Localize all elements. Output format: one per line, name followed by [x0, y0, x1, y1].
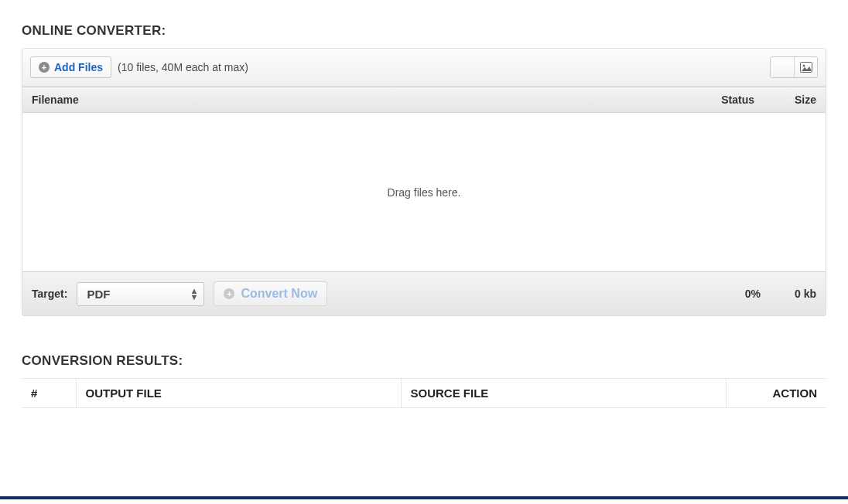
col-source-header: SOURCE FILE: [401, 379, 726, 408]
total-size: 0 kb: [770, 288, 816, 300]
results-header-row: # OUTPUT FILE SOURCE FILE ACTION: [22, 379, 826, 408]
target-label: Target:: [32, 288, 67, 300]
converter-toolbar: + Add Files (10 files, 40M each at max): [22, 49, 826, 87]
results-table: # OUTPUT FILE SOURCE FILE ACTION: [22, 378, 826, 408]
add-files-button[interactable]: + Add Files: [30, 56, 111, 78]
add-files-label: Add Files: [54, 61, 103, 73]
file-limits-text: (10 files, 40M each at max): [118, 61, 248, 73]
svg-point-1: [802, 65, 805, 67]
drop-zone[interactable]: Drag files here.: [22, 113, 826, 271]
progress-percent: 0%: [745, 288, 761, 300]
page-footer-rule: [0, 496, 848, 499]
col-num-header: #: [22, 379, 76, 408]
image-view-icon[interactable]: [794, 57, 817, 77]
convert-now-button[interactable]: + Convert Now: [214, 281, 327, 306]
col-size-header: Size: [754, 94, 816, 106]
conversion-results-title: CONVERSION RESULTS:: [22, 353, 826, 369]
converter-footer: Target: PDF ▲▼ + Convert Now 0% 0 kb: [22, 271, 826, 315]
col-status-header: Status: [685, 94, 754, 106]
col-filename-header: Filename: [32, 94, 685, 106]
col-action-header: ACTION: [726, 379, 826, 408]
col-output-header: OUTPUT FILE: [76, 379, 401, 408]
convert-now-label: Convert Now: [241, 287, 317, 301]
file-table-header: Filename Status Size: [22, 87, 826, 113]
view-toggle[interactable]: [770, 56, 818, 78]
plus-icon: +: [224, 288, 234, 299]
view-empty-slot[interactable]: [771, 57, 794, 77]
drop-zone-text: Drag files here.: [388, 186, 461, 199]
target-select[interactable]: PDF: [77, 282, 204, 306]
online-converter-title: ONLINE CONVERTER:: [22, 23, 826, 39]
plus-icon: +: [39, 62, 50, 73]
converter-panel: + Add Files (10 files, 40M each at max) …: [22, 48, 826, 316]
